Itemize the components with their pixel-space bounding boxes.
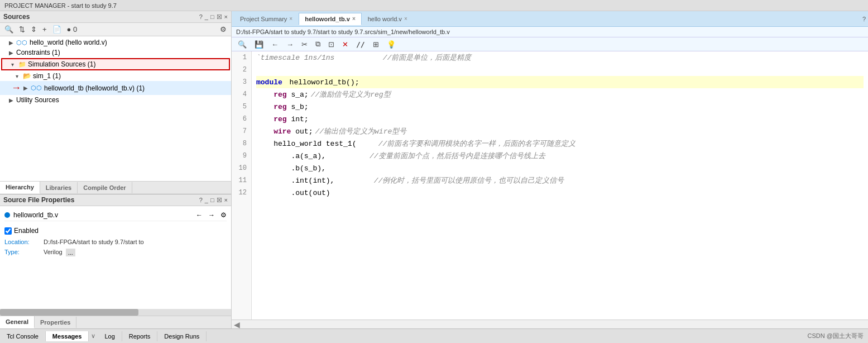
tab-hierarchy[interactable]: Hierarchy [0,182,40,194]
prop-back-btn[interactable]: ← [196,211,203,219]
minimize-btn[interactable]: _ [205,13,208,20]
props-undock-btn[interactable]: ☒ [217,197,222,204]
code-line-12: .out(out) [256,187,864,199]
sim-folder-icon: 📂 [23,72,31,80]
enabled-checkbox[interactable] [4,227,12,235]
tab-helloworld-tb[interactable]: helloworld_tb.v × [299,13,362,25]
code-line-5: reg s_b; [256,101,864,113]
prop-gear-icon[interactable]: ⚙ [220,211,227,219]
scrollbar-thumb [0,309,138,316]
tree-item-utility[interactable]: ▶ Utility Sources [0,95,231,105]
editor-comment-btn[interactable]: // [354,40,367,49]
editor-help-btn[interactable]: ? [862,16,866,22]
editor-delete-btn[interactable]: ✕ [341,40,350,49]
sources-panel: Sources ? _ □ ☒ × 🔍 ⇅ ⇕ + 📄 ● 0 [0,11,231,194]
tree-item-constraints[interactable]: ▶ Constraints (1) [0,47,231,58]
bottom-tab-design-runs[interactable]: Design Runs [157,331,207,341]
editor-copy-btn[interactable]: ⧉ [314,39,322,49]
code-6-rest: int; [287,115,309,123]
code-line-11: .int(int), //例化时，括号里面可以使用原信号，也可以自己定义信号 [256,174,864,187]
maximize-btn[interactable]: □ [210,13,214,20]
kw-reg-6: reg [256,115,287,123]
gear-icon[interactable]: ⚙ [219,25,228,34]
line-num-10: 10 [236,162,247,174]
filter-icon[interactable]: ⇕ [30,25,38,34]
tab-close-project-summary[interactable]: × [289,16,292,22]
tab-close-tb[interactable]: × [352,16,356,22]
browse-btn[interactable]: ... [66,249,75,256]
left-panel: Sources ? _ □ ☒ × 🔍 ⇅ ⇕ + 📄 ● 0 [0,11,232,328]
editor-paste-btn[interactable]: ⊡ [327,40,336,49]
undock-btn[interactable]: ☒ [217,13,222,21]
tab-compile-order[interactable]: Compile Order [78,182,132,193]
sort-icon[interactable]: ⇅ [18,25,26,34]
tab-properties[interactable]: Properties [35,317,76,328]
line-num-12: 12 [236,187,247,199]
props-minimize-btn[interactable]: _ [205,197,208,203]
doc-icon[interactable]: 📄 [51,25,63,34]
tab-hello-world-v[interactable]: hello world.v × [362,13,414,25]
tab-project-summary[interactable]: Project Summary × [234,13,299,25]
sources-toolbar: 🔍 ⇅ ⇕ + 📄 ● 0 ⚙ [0,23,231,36]
add-source-btn[interactable]: + [41,25,48,34]
tab-libraries[interactable]: Libraries [40,182,78,193]
main-area: Sources ? _ □ ☒ × 🔍 ⇅ ⇕ + 📄 ● 0 [0,11,868,328]
comment-4: //激励信号定义为reg型 [311,89,391,99]
code-line-3: module helloworld_tb(); [256,76,864,88]
editor-light-btn[interactable]: 💡 [385,40,397,49]
code-line-7: wire out; //输出信号定义为wire型号 [256,125,864,137]
file-dot-icon [4,212,10,218]
horizontal-scrollbar[interactable] [0,309,231,316]
bottom-tab-log[interactable]: Log [98,331,122,341]
sources-tree: ▶ ⬡⬡ hello_world (hello world.v) ▶ Const… [0,36,231,181]
editor-save-btn[interactable]: 💾 [253,40,265,49]
props-close-btn[interactable]: × [224,197,228,203]
code-module-name: helloworld_tb(); [285,78,359,87]
line-numbers: 1 2 3 4 5 6 7 8 9 10 11 12 [232,51,252,320]
props-help-btn[interactable]: ? [199,197,203,203]
arrow-icon: ▾ [16,73,21,79]
bottom-tab-messages[interactable]: Messages [46,331,89,341]
editor-path: D:/lst-FPGA/start to study 9.7/start to … [232,27,868,37]
search-icon[interactable]: 🔍 [3,25,15,34]
folder-icon: 📁 [18,61,26,68]
code-11-content: .int(int), [256,177,334,185]
code-lines: `timescale 1ns/1ns //前面是单位，后面是精度 module … [252,51,868,320]
code-12-content: .out(out) [256,189,330,197]
editor-back-btn[interactable]: ← [270,40,280,49]
code-10-content: .b(s_b), [256,164,326,173]
tree-item-tb[interactable]: → ▶ ⬡⬡ helloworld_tb (helloworld_tb.v) (… [0,81,231,95]
tree-item-sim1[interactable]: ▾ 📂 sim_1 (1) [0,71,231,81]
line-num-6: 6 [236,113,247,125]
bottom-dropdown-btn[interactable]: ∨ [89,332,98,340]
tree-item-sim-sources[interactable]: ▾ 📁 Simulation Sources (1) [1,58,230,70]
tab-general[interactable]: General [0,316,35,328]
props-maximize-btn[interactable]: □ [210,197,214,203]
code-5-rest: s_b; [287,103,309,111]
count-badge: ● 0 [66,25,79,34]
sources-panel-title: Sources [3,13,30,21]
tree-label-sim-sources: Simulation Sources (1) [28,60,95,68]
location-label: Location: [4,239,44,245]
help-btn[interactable]: ? [199,13,203,20]
prop-forward-btn[interactable]: → [208,211,215,219]
close-btn[interactable]: × [224,13,228,20]
editor-forward-btn[interactable]: → [285,40,295,49]
kw-wire-7: wire [256,127,291,136]
sources-panel-header: Sources ? _ □ ☒ × [0,11,231,23]
arrow-icon: ▾ [11,61,17,68]
editor-grid-btn[interactable]: ⊞ [371,40,381,49]
comment-9: //变量前面加个点，然后括号内是连接哪个信号线上去 [330,151,545,161]
code-7-rest: out; [291,127,313,136]
prop-tabs: General Properties [0,316,231,328]
editor-search-btn[interactable]: 🔍 [236,40,248,49]
scroll-left-btn[interactable]: ◀ [234,320,240,329]
bottom-tab-tcl[interactable]: Tcl Console [0,331,46,341]
kw-timescale: `timescale 1ns/1ns [256,54,334,62]
editor-cut-btn[interactable]: ✂ [300,40,309,49]
tab-close-hello-world-v[interactable]: × [404,16,407,22]
comment-8: //前面名字要和调用模块的名字一样，后面的名字可随意定义 [361,139,576,149]
tree-item-helloworld[interactable]: ▶ ⬡⬡ hello_world (hello world.v) [0,37,231,47]
bottom-tab-reports[interactable]: Reports [122,331,158,341]
code-area[interactable]: 1 2 3 4 5 6 7 8 9 10 11 12 `timescale [232,51,868,320]
